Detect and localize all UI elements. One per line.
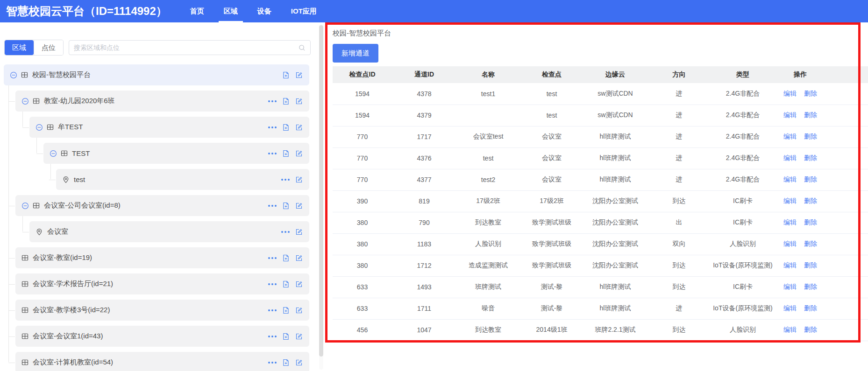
edit-icon[interactable] <box>295 150 303 157</box>
add-child-icon[interactable] <box>282 98 290 105</box>
edit-link[interactable]: 编辑 <box>783 154 797 161</box>
search-input[interactable] <box>74 44 299 51</box>
add-child-icon[interactable] <box>282 307 290 314</box>
cell-type: IC刷卡 <box>711 276 775 298</box>
tree-item-label: 会议室-学术报告厅(id=21) <box>33 280 113 288</box>
delete-link[interactable]: 删除 <box>804 304 817 312</box>
cell-spacer <box>826 212 868 233</box>
tree-item-meeting-computer-room[interactable]: 会议室-计算机教室(id=54) <box>15 352 309 371</box>
collapse-icon[interactable] <box>50 150 57 157</box>
scrollbar-thumb[interactable] <box>319 25 323 357</box>
add-child-icon[interactable] <box>282 359 290 366</box>
more-icon[interactable] <box>268 257 277 259</box>
collapse-icon[interactable] <box>10 71 17 79</box>
cell-spacer <box>826 319 868 341</box>
tree-item-meeting-classroom[interactable]: 会议室-教室(id=19) <box>15 247 309 268</box>
tab-point[interactable]: 点位 <box>34 40 63 55</box>
delete-link[interactable]: 删除 <box>804 154 817 161</box>
edit-icon[interactable] <box>295 176 303 183</box>
delete-link[interactable]: 删除 <box>804 240 817 247</box>
more-icon[interactable] <box>268 153 277 154</box>
region-grid-icon <box>21 254 28 261</box>
more-icon[interactable] <box>268 100 277 102</box>
tree-item-meeting-room1[interactable]: 会议室-会议室1(id=43) <box>15 326 309 347</box>
add-child-icon[interactable] <box>282 202 290 210</box>
cell-spacer <box>826 147 868 169</box>
nav-item-home[interactable]: 首页 <box>180 0 214 22</box>
sidebar: 区域 点位 校园-智慧校园平台 <box>0 22 325 371</box>
more-icon[interactable] <box>268 283 277 285</box>
delete-link[interactable]: 删除 <box>804 111 817 119</box>
edit-icon[interactable] <box>295 202 303 210</box>
collapse-icon[interactable] <box>21 98 29 105</box>
add-child-icon[interactable] <box>282 254 290 262</box>
add-channel-button[interactable]: 新增通道 <box>333 44 378 63</box>
add-child-icon[interactable] <box>282 333 290 340</box>
more-icon[interactable] <box>268 362 277 364</box>
tree-item-label: 会议室 <box>47 227 68 236</box>
collapse-icon[interactable] <box>21 202 29 210</box>
cell-type: 2.4G非配合 <box>711 83 775 105</box>
edit-icon[interactable] <box>295 124 303 131</box>
add-child-icon[interactable] <box>282 124 290 131</box>
tree-item-classroom-kindergarten[interactable]: 教室-幼儿园2020年6班 <box>15 91 309 112</box>
region-grid-icon <box>61 150 68 157</box>
edit-icon[interactable] <box>295 71 303 79</box>
delete-link[interactable]: 删除 <box>804 218 817 226</box>
edit-icon[interactable] <box>295 359 303 366</box>
delete-link[interactable]: 删除 <box>804 175 817 183</box>
edit-link[interactable]: 编辑 <box>783 133 797 140</box>
delete-link[interactable]: 删除 <box>804 326 817 333</box>
edit-link[interactable]: 编辑 <box>783 90 797 97</box>
more-icon[interactable] <box>268 205 277 207</box>
more-icon[interactable] <box>268 126 277 128</box>
delete-link[interactable]: 删除 <box>804 133 817 140</box>
cell-checkpoint: 会议室 <box>520 169 583 190</box>
more-icon[interactable] <box>281 179 290 181</box>
edit-link[interactable]: 编辑 <box>783 326 797 333</box>
edit-link[interactable]: 编辑 <box>783 197 797 204</box>
tree-item-campus[interactable]: 校园-智慧校园平台 <box>4 64 309 85</box>
nav-item-region[interactable]: 区域 <box>214 0 248 22</box>
cell-actions: 编辑 删除 <box>775 233 826 255</box>
edit-link[interactable]: 编辑 <box>783 111 797 119</box>
edit-link[interactable]: 编辑 <box>783 218 797 226</box>
more-icon[interactable] <box>268 336 277 337</box>
add-child-icon[interactable] <box>282 150 290 157</box>
add-child-icon[interactable] <box>282 71 290 79</box>
main-nav: 首页 区域 设备 IOT应用 <box>180 0 327 22</box>
tree-item-meeting-company[interactable]: 会议室-公司会议室(id=8) <box>15 195 309 216</box>
edit-link[interactable]: 编辑 <box>783 175 797 183</box>
edit-link[interactable]: 编辑 <box>783 261 797 269</box>
delete-link[interactable]: 删除 <box>804 283 817 290</box>
cell-checkpoint: test <box>520 105 583 126</box>
edit-icon[interactable] <box>295 98 303 105</box>
sidebar-scrollbar[interactable] <box>319 24 323 370</box>
tree-item-meeting-point[interactable]: 会议室 <box>29 221 309 242</box>
delete-link[interactable]: 删除 <box>804 197 817 204</box>
more-icon[interactable] <box>281 231 290 233</box>
nav-item-iot-app[interactable]: IOT应用 <box>281 0 327 22</box>
nav-item-device[interactable]: 设备 <box>248 0 281 22</box>
cell-actions: 编辑 删除 <box>775 147 826 169</box>
tree-item-mou-test[interactable]: 牟TEST <box>29 117 309 138</box>
edit-link[interactable]: 编辑 <box>783 283 797 290</box>
tree-item-test-point[interactable]: test <box>56 169 309 190</box>
edit-icon[interactable] <box>295 254 303 262</box>
edit-icon[interactable] <box>295 280 303 288</box>
tree-item-test-region[interactable]: TEST <box>43 143 309 164</box>
edit-icon[interactable] <box>295 333 303 340</box>
edit-icon[interactable] <box>295 307 303 314</box>
more-icon[interactable] <box>268 309 277 311</box>
edit-link[interactable]: 编辑 <box>783 240 797 247</box>
edit-icon[interactable] <box>295 228 303 236</box>
tree-item-meeting-lecture-hall[interactable]: 会议室-学术报告厅(id=21) <box>15 273 309 294</box>
delete-link[interactable]: 删除 <box>804 261 817 269</box>
collapse-icon[interactable] <box>36 124 43 131</box>
table-body: 1594 4378 test1 test sw测试CDN 进 2.4G非配合 编… <box>333 83 868 341</box>
add-child-icon[interactable] <box>282 280 290 288</box>
tree-item-meeting-building3[interactable]: 会议室-教学楼3号(id=22) <box>15 300 309 321</box>
tab-region[interactable]: 区域 <box>5 40 34 55</box>
delete-link[interactable]: 删除 <box>804 90 817 97</box>
edit-link[interactable]: 编辑 <box>783 304 797 312</box>
